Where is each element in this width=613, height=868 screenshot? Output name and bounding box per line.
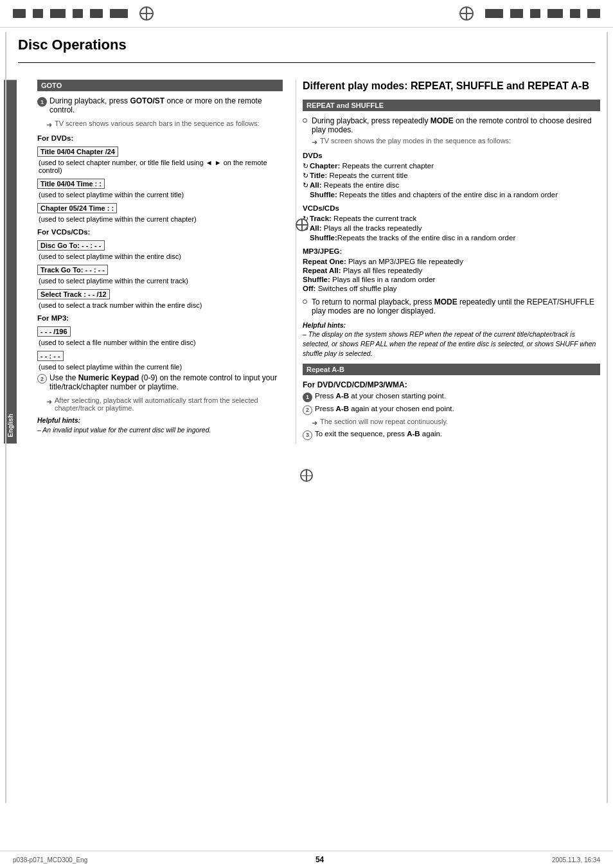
bullet2-icon — [303, 299, 309, 304]
dvd-display1-block: Title 04/04 Chapter /24 (used to select … — [37, 145, 283, 174]
repeat-shuffle-header: REPEAT and SHUFFLE — [303, 100, 600, 111]
mp3-item-4: Off: Switches off shuffle play — [303, 285, 600, 292]
deco-seg-r4 — [547, 9, 563, 18]
step1-bold: GOTO/ST — [130, 96, 164, 105]
dvd-display1: Title 04/04 Chapter /24 — [37, 146, 118, 157]
right-main-title: Different play modes: REPEAT, SHUFFLE an… — [303, 80, 600, 93]
bullet1-icon — [303, 118, 309, 123]
mp3-item-2: Repeat All: Plays all files repeatedly — [303, 267, 600, 274]
dvd-display2-note: (used to select playtime within the curr… — [39, 191, 283, 199]
vcd-display3-block: Select Track : - - /12 (used to select a… — [37, 287, 283, 309]
footer-left: p038-p071_MCD300_Eng — [13, 856, 87, 864]
vcd-display2: Track Go To: - - : - - — [37, 265, 108, 275]
repeat-helpful-hints: Helpful hints: – The display on the syst… — [303, 321, 600, 359]
step2-content: Use the Numeric Keypad (0-9) on the remo… — [49, 373, 283, 391]
repeat-ab-step3-text: To exit the sequence, press A-B again. — [315, 430, 442, 438]
dvd-display2: Title 04/04 Time : : — [37, 179, 105, 189]
mp3-display1: - - - /196 — [37, 326, 71, 337]
mp3-item-3: Shuffle: Plays all files in a random ord… — [303, 276, 600, 283]
for-mp3-section: For MP3: - - - /196 (used to select a fi… — [37, 314, 283, 371]
vcd-display2-block: Track Go To: - - : - - (used to select p… — [37, 263, 283, 285]
vcds-subsection: VCDs/CDs ↻ Track: Repeats the current tr… — [303, 204, 600, 242]
repeat-bullet2: To return to normal playback, press MODE… — [303, 297, 600, 315]
crosshair-middle — [296, 218, 308, 231]
dvds-item-2: ↻ Title: Repeats the current title — [303, 172, 600, 180]
dvds-subsection: DVDs ↻ Chapter: Repeats the current chap… — [303, 152, 600, 199]
mp3-display1-block: - - - /196 (used to select a file number… — [37, 324, 283, 346]
repeat-ab-arrow: ➜ The section will now repeat continuous… — [312, 418, 600, 427]
deco-seg-r6 — [587, 9, 600, 18]
repeat-ab-step2-text: Press A-B again at your chosen end point… — [315, 405, 454, 412]
repeat-ab-step2: 2 Press A-B again at your chosen end poi… — [303, 405, 600, 415]
repeat-ab-step3: 3 To exit the sequence, press A-B again. — [303, 430, 600, 440]
goto-section: GOTO 1 During playback, press GOTO/ST on… — [37, 80, 283, 434]
for-dvds-section: For DVDs: Title 04/04 Chapter /24 (used … — [37, 134, 283, 223]
step1-text: During playback, press — [49, 96, 130, 105]
step2-text: Use the — [49, 373, 78, 382]
deco-seg-2 — [33, 9, 43, 18]
dvd-display1-note: (used to select chapter number, or title… — [39, 159, 283, 174]
crosshair-circle-right — [459, 6, 474, 21]
for-vcds-section: For VCDs/CDs: Disc Go To: - - : - - (use… — [37, 228, 283, 309]
dvds-item-1: ↻ Chapter: Repeats the current chapter — [303, 162, 600, 170]
crosshair-circle-left — [139, 6, 154, 21]
vcds-item-2: ↻ All: Plays all the tracks repeatedly — [303, 224, 600, 233]
dvd-display2-block: Title 04/04 Time : : (used to select pla… — [37, 177, 283, 199]
vcd-display1: Disc Go To: - - : - - — [37, 240, 105, 251]
goto-step1: 1 During playback, press GOTO/ST once or… — [37, 96, 283, 114]
repeat-ab-step1-text: Press A-B at your chosen starting point. — [315, 392, 446, 400]
top-deco-left — [13, 6, 154, 21]
main-content: English GOTO 1 During playback, press GO… — [0, 73, 613, 450]
mp3jpeg-subsection: MP3/JPEG: Repeat One: Plays an MP3/JPEG … — [303, 247, 600, 292]
bottom-bar: p038-p071_MCD300_Eng 54 2005.11.3, 16:34 — [0, 851, 613, 868]
goto-arrow2: ➜ After selecting, playback will automat… — [46, 396, 283, 412]
dvd-display3-note: (used to select playtime within the curr… — [39, 215, 283, 223]
dvds-item-3: ↻ All: Repeats the entire disc — [303, 181, 600, 190]
deco-seg-1 — [13, 9, 26, 18]
repeat-ab-step1-num: 1 — [303, 393, 312, 402]
dvd-display3-block: Chapter 05/24 Time : : (used to select p… — [37, 201, 283, 223]
mp3-display1-note: (used to select a file number within the… — [39, 339, 283, 346]
bullet1-text: During playback, press repeatedly MODE o… — [312, 116, 600, 134]
deco-seg-r5 — [570, 9, 580, 18]
vcd-display3-note: (used to select a track number within th… — [39, 301, 283, 309]
bullet2-text: To return to normal playback, press MODE… — [312, 297, 600, 315]
deco-seg-6 — [110, 9, 128, 18]
deco-seg-4 — [73, 9, 83, 18]
repeat-bullet1: During playback, press repeatedly MODE o… — [303, 116, 600, 134]
mp3-display2-block: - - : - - (used to select playtime withi… — [37, 349, 283, 371]
step2-num: 2 — [37, 374, 47, 384]
deco-seg-3 — [50, 9, 66, 18]
deco-seg-r1 — [485, 9, 503, 18]
mp3jpeg-title: MP3/JPEG: — [303, 247, 600, 255]
repeat-ab-step1: 1 Press A-B at your chosen starting poin… — [303, 392, 600, 402]
repeat-arrow1: ➜ TV screen shows the play modes in the … — [312, 137, 600, 146]
goto-step2: 2 Use the Numeric Keypad (0-9) on the re… — [37, 373, 283, 391]
crosshair-bottom — [0, 469, 613, 482]
footer-right: 2005.11.3, 16:34 — [552, 856, 600, 864]
mp3-item-1: Repeat One: Plays an MP3/JPEG file repea… — [303, 258, 600, 265]
repeat-ab-step3-num: 3 — [303, 430, 312, 440]
dvd-display3: Chapter 05/24 Time : : — [37, 203, 117, 213]
mp3-display2-note: (used to select playtime within the curr… — [39, 363, 283, 371]
dvds-title: DVDs — [303, 152, 600, 159]
repeat-ab-step2-num: 2 — [303, 405, 312, 415]
step1-num: 1 — [37, 97, 47, 107]
page-title: Disc Operations — [18, 37, 595, 53]
vcd-display1-note: (used to select playtime within the enti… — [39, 252, 283, 260]
step2-bold: Numeric Keypad — [78, 373, 139, 382]
deco-seg-5 — [90, 9, 103, 18]
top-deco-right — [459, 6, 600, 21]
page-title-area: Disc Operations — [0, 28, 613, 73]
vcds-item-3: ↻ Shuffle:Repeats the tracks of the enti… — [303, 234, 600, 242]
left-column: GOTO 1 During playback, press GOTO/ST on… — [19, 80, 296, 443]
deco-seg-r3 — [530, 9, 540, 18]
page-number: 54 — [315, 855, 324, 864]
repeat-ab-header: Repeat A-B — [303, 364, 600, 375]
right-column: Different play modes: REPEAT, SHUFFLE an… — [296, 80, 613, 443]
for-mp3-title: For MP3: — [37, 314, 283, 322]
deco-seg-r2 — [510, 9, 523, 18]
goto-helpful-hints: Helpful hints: – An invalid input value … — [37, 416, 283, 434]
step1-content: During playback, press GOTO/ST once or m… — [49, 96, 283, 114]
right-border-line — [607, 32, 608, 803]
